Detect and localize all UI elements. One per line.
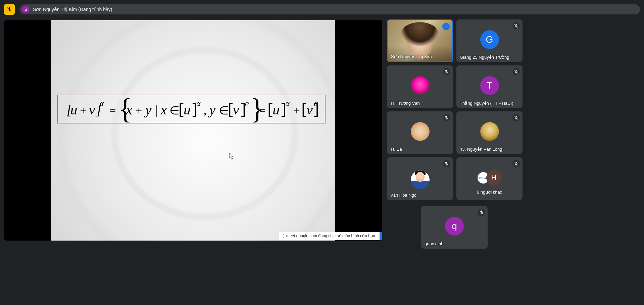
participant-tile[interactable]: 43. Nguyễn Văn Long: [456, 111, 523, 154]
overflow-label: 6 người khác: [460, 190, 519, 195]
svg-text:[: [: [228, 100, 234, 118]
muted-mic-icon: [512, 68, 520, 75]
self-view-row: q quoc dinh: [421, 206, 488, 249]
svg-text:[: [: [267, 100, 273, 118]
svg-text:=: =: [259, 104, 265, 117]
muted-mic-icon: [512, 22, 520, 30]
svg-text:v: v: [233, 102, 239, 117]
svg-text:u: u: [273, 102, 280, 117]
muted-mic-icon: [443, 160, 450, 167]
overflow-avatars: FIT-HaUI H: [478, 170, 502, 186]
participant-tile[interactable]: Tú Bá: [387, 111, 453, 154]
svg-text:α: α: [196, 99, 201, 108]
svg-text:x: x: [126, 102, 132, 117]
svg-text:v: v: [89, 102, 95, 117]
top-bar: S Sơn Nguyễn Thị Kim (Đang trình bày): [4, 3, 640, 16]
muted-mic-icon: [478, 209, 485, 216]
svg-text:α: α: [100, 99, 104, 108]
unpin-icon: [6, 6, 12, 12]
svg-text:∈: ∈: [169, 104, 180, 117]
speaking-indicator-icon: [442, 23, 450, 30]
muted-mic-icon: [512, 114, 520, 121]
svg-text:[: [: [301, 100, 307, 118]
screen-share-notice[interactable]: ⋮⋮ meet.google.com đang chia sẻ màn hình…: [279, 232, 382, 240]
participant-tile[interactable]: Trí Trương Văn: [387, 65, 453, 108]
avatar: q: [445, 217, 464, 236]
svg-text:α: α: [285, 99, 290, 108]
presenter-avatar: S: [22, 6, 30, 13]
self-tile[interactable]: q quoc dinh: [421, 206, 488, 249]
equation-content: [ u + v ] α = { x + y | x ∈ [ u: [58, 95, 325, 123]
drag-handle-icon: ⋮⋮: [282, 234, 284, 238]
avatar: [411, 122, 430, 141]
svg-text:+: +: [293, 104, 299, 117]
presentation-area[interactable]: [ u + v ] α = { x + y | x ∈ [ u: [4, 20, 382, 241]
muted-mic-icon: [443, 68, 450, 75]
participant-tile[interactable]: Văn Hòa Ngô: [387, 157, 453, 200]
participant-tile[interactable]: Sơn Nguyễn Thị Kim: [387, 19, 453, 62]
presenter-pill[interactable]: S Sơn Nguyễn Thị Kim (Đang trình bày): [19, 4, 640, 14]
svg-text:u: u: [184, 102, 191, 117]
participant-name: Thắng Nguyễn (FIT - HaUI): [460, 101, 519, 106]
avatar: [411, 76, 430, 95]
participant-name: Sơn Nguyễn Thị Kim: [391, 54, 449, 59]
overflow-big-initial: H: [486, 170, 502, 186]
muted-mic-icon: [512, 160, 520, 167]
participant-tile[interactable]: T Thắng Nguyễn (FIT - HaUI): [456, 65, 523, 108]
svg-text:+: +: [80, 104, 86, 117]
participant-name: Trí Trương Văn: [390, 101, 450, 106]
unpin-presentation-button[interactable]: [4, 4, 15, 15]
avatar: G: [480, 30, 499, 49]
notice-accent: [380, 232, 382, 240]
participant-tile[interactable]: G Giang 25 Nguyễn Trường: [456, 19, 523, 62]
svg-text:+: +: [136, 104, 142, 117]
svg-text:y: y: [208, 102, 215, 117]
participant-name: 43. Nguyễn Văn Long: [460, 147, 519, 152]
participants-grid: Sơn Nguyễn Thị Kim G Giang 25 Nguyễn Trư…: [387, 19, 523, 200]
avatar: [480, 122, 499, 141]
muted-mic-icon: [443, 114, 450, 121]
svg-text:[: [: [179, 100, 184, 118]
share-notice-text: meet.google.com đang chia sẻ màn hình củ…: [286, 234, 376, 238]
overflow-participants-tile[interactable]: FIT-HaUI H 6 người khác: [456, 157, 523, 200]
svg-text:x: x: [160, 102, 167, 117]
svg-text:y: y: [144, 102, 152, 117]
presenter-name: Sơn Nguyễn Thị Kim (Đang trình bày): [33, 7, 112, 12]
svg-text:=: =: [109, 104, 116, 117]
equation-highlight-box: [ u + v ] α = { x + y | x ∈ [ u: [57, 95, 326, 123]
participant-name: Giang 25 Nguyễn Trường: [460, 55, 519, 60]
svg-text:u: u: [70, 102, 78, 117]
svg-text:,: ,: [203, 103, 207, 117]
svg-text:α: α: [314, 99, 318, 108]
participant-name: Tú Bá: [390, 147, 450, 152]
self-name: quoc dinh: [425, 241, 484, 246]
svg-text:α: α: [245, 99, 249, 108]
presentation-slide: [ u + v ] α = { x + y | x ∈ [ u: [51, 20, 335, 241]
avatar: [411, 170, 430, 189]
svg-text:∈: ∈: [219, 104, 229, 117]
svg-text:v: v: [306, 102, 313, 117]
avatar: T: [480, 76, 499, 95]
participant-name: Văn Hòa Ngô: [390, 193, 450, 198]
svg-text:|: |: [155, 103, 158, 117]
mouse-cursor: [229, 153, 234, 161]
